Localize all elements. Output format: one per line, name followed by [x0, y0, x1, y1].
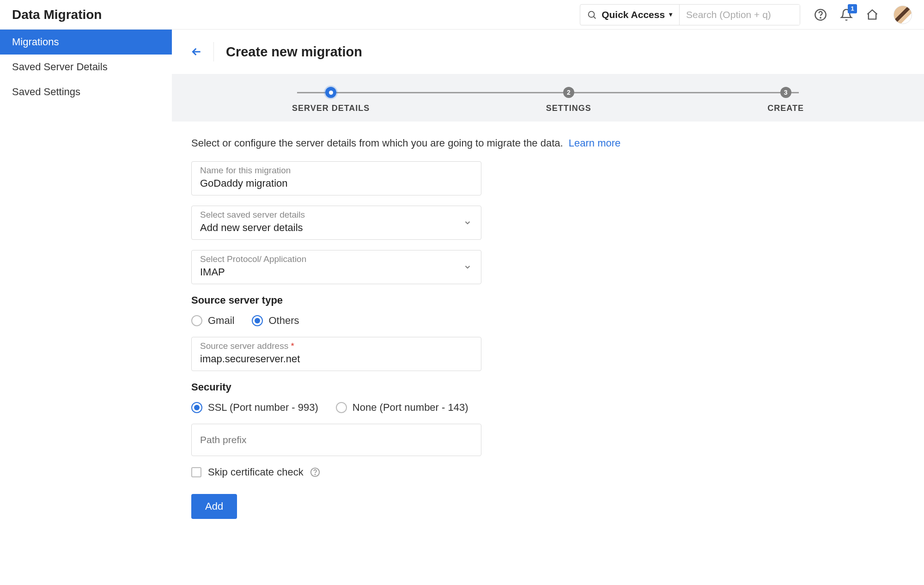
stepper: SERVER DETAILS 2 SETTINGS 3 CREATE — [292, 87, 804, 113]
step-create[interactable]: 3 CREATE — [767, 87, 804, 113]
radio-circle-icon — [191, 402, 202, 413]
stepper-strip: SERVER DETAILS 2 SETTINGS 3 CREATE — [172, 74, 924, 122]
radio-circle-icon — [336, 402, 347, 413]
step-label: SETTINGS — [546, 104, 591, 113]
field-label: Select saved server details — [200, 210, 473, 220]
radio-gmail[interactable]: Gmail — [191, 315, 234, 327]
topbar: Data Migration Quick Access ▼ 1 — [0, 0, 924, 30]
field-value: Add new server details — [200, 221, 473, 235]
step-dot: 3 — [780, 87, 791, 98]
path-prefix-field[interactable] — [191, 424, 481, 456]
quick-access-dropdown[interactable]: Quick Access ▼ — [602, 5, 680, 25]
sidebar-item-label: Saved Settings — [12, 86, 80, 98]
migration-name-field[interactable]: Name for this migration — [191, 161, 481, 195]
radio-circle-icon — [191, 315, 202, 326]
product-title: Data Migration — [12, 7, 580, 22]
source-type-radio-group: Gmail Others — [191, 315, 707, 327]
page-title: Create new migration — [226, 44, 362, 60]
step-server-details[interactable]: SERVER DETAILS — [292, 87, 370, 113]
required-mark: * — [291, 341, 294, 351]
radio-circle-icon — [252, 315, 263, 326]
step-label: CREATE — [767, 104, 804, 113]
path-prefix-input[interactable] — [200, 433, 473, 446]
field-label: Name for this migration — [200, 165, 473, 176]
svg-line-1 — [594, 17, 596, 18]
source-type-heading: Source server type — [191, 294, 707, 306]
page-header-divider — [213, 42, 214, 61]
radio-label: Others — [268, 315, 299, 327]
protocol-select[interactable]: Select Protocol/ Application IMAP — [191, 250, 481, 284]
svg-point-0 — [589, 11, 595, 17]
security-radio-group: SSL (Port number - 993) None (Port numbe… — [191, 402, 707, 414]
page-header: Create new migration — [172, 30, 924, 74]
step-dot — [325, 87, 336, 98]
intro-text-body: Select or configure the server details f… — [191, 137, 563, 149]
radio-label: Gmail — [208, 315, 234, 327]
field-value: IMAP — [200, 265, 473, 279]
learn-more-link[interactable]: Learn more — [569, 137, 621, 149]
intro-text: Select or configure the server details f… — [191, 137, 707, 149]
radio-ssl[interactable]: SSL (Port number - 993) — [191, 402, 318, 414]
add-button[interactable]: Add — [191, 494, 237, 519]
sidebar-item-saved-server-details[interactable]: Saved Server Details — [0, 55, 172, 79]
svg-point-6 — [315, 474, 315, 475]
skip-cert-checkbox[interactable] — [191, 467, 201, 477]
help-icon[interactable] — [814, 8, 827, 21]
step-label: SERVER DETAILS — [292, 104, 370, 113]
form-area: Select or configure the server details f… — [172, 122, 726, 547]
sidebar: Migrations Saved Server Details Saved Se… — [0, 30, 172, 585]
sidebar-item-label: Saved Server Details — [12, 61, 108, 73]
source-address-input[interactable] — [200, 352, 473, 366]
info-icon[interactable] — [310, 467, 320, 477]
skip-cert-label: Skip certificate check — [208, 466, 304, 478]
avatar[interactable] — [894, 6, 912, 24]
source-address-field[interactable]: Source server address * — [191, 337, 481, 371]
radio-others[interactable]: Others — [252, 315, 299, 327]
quick-access-label: Quick Access — [602, 4, 665, 25]
step-dot: 2 — [563, 87, 574, 98]
radio-label: None (Port number - 143) — [353, 402, 468, 414]
search-icon — [587, 10, 597, 20]
back-arrow-icon[interactable] — [188, 45, 201, 58]
radio-none[interactable]: None (Port number - 143) — [336, 402, 468, 414]
migration-name-input[interactable] — [200, 177, 473, 190]
field-label: Source server address * — [200, 341, 473, 351]
sidebar-item-label: Migrations — [12, 36, 59, 48]
notifications-icon[interactable]: 1 — [840, 8, 853, 21]
home-icon[interactable] — [866, 8, 879, 21]
search-container: Quick Access ▼ — [580, 4, 800, 25]
step-settings[interactable]: 2 SETTINGS — [546, 87, 591, 113]
security-heading: Security — [191, 381, 707, 393]
field-label: Select Protocol/ Application — [200, 254, 473, 264]
radio-label: SSL (Port number - 993) — [208, 402, 318, 414]
notification-badge: 1 — [848, 4, 857, 13]
main: Create new migration SERVER DETAILS 2 SE… — [172, 30, 924, 585]
skip-cert-row: Skip certificate check — [191, 466, 707, 478]
caret-down-icon: ▼ — [668, 4, 674, 25]
search-input[interactable] — [680, 5, 800, 25]
svg-point-3 — [820, 17, 821, 18]
saved-server-select[interactable]: Select saved server details Add new serv… — [191, 206, 481, 240]
sidebar-item-migrations[interactable]: Migrations — [0, 30, 172, 55]
sidebar-item-saved-settings[interactable]: Saved Settings — [0, 79, 172, 104]
field-label-text: Source server address — [200, 341, 288, 351]
